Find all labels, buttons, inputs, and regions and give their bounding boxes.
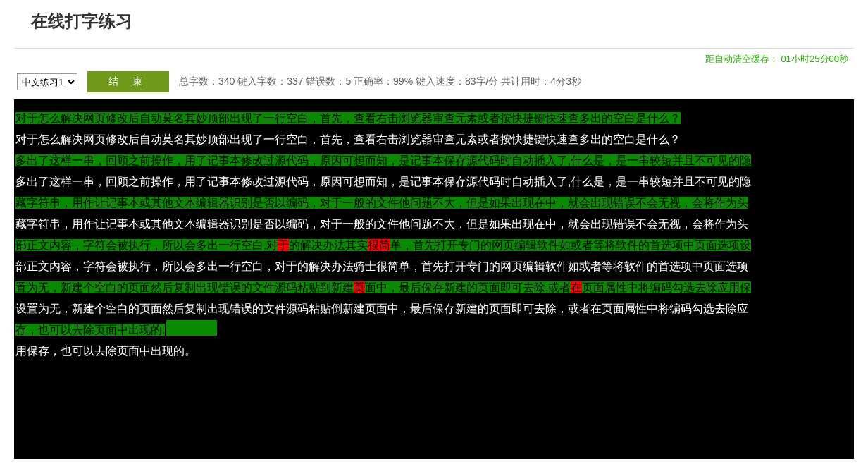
line-pair: 置为无，新建个空白的页面然后复制出现错误的文件源码粘贴到新建页面中，最后保存新建…	[14, 277, 854, 319]
typed-line: 多出了这样一串，回顾之前操作，用了记事本修改过源代码，原因可想而知，是记事本保存…	[14, 171, 854, 193]
stats-bar: 总字数：340 键入字数：337 错误数：5 正确率：99% 键入速度：83字/…	[179, 75, 581, 88]
stat-accuracy-label: 正确率：	[354, 75, 393, 87]
line-pair: 多出了这样一串，回顾之前操作，用了记事本修改过源代码，原因可想而知，是记事本保存…	[14, 150, 854, 193]
typing-cursor	[166, 320, 217, 336]
stat-errors-label: 错误数：	[306, 75, 345, 87]
ref-segment: 页面属性中将编码勾选去除应用保	[582, 281, 751, 293]
line-pair: 部正文内容，字符会被执行，所以会多出一行空白.对于的解决办法其实很简单，首先打开…	[14, 235, 854, 277]
stat-typed-label: 键入字数：	[237, 75, 287, 87]
ref-segment: 置为无，新建个空白的页面然后复制出现错误的文件源码粘贴到新建	[16, 281, 354, 293]
page-title: 在线打字练习	[14, 0, 854, 49]
typed-line: 设置为无，新建个空白的页面然后复制出现错误的文件源码粘贴倒新建页面中，最后保存新…	[14, 298, 854, 319]
auto-clear-time: 01小时25分00秒	[781, 54, 848, 64]
line-pair: 存，也可以去除页面中出现的.用保存，也可以去除页面中出现的。	[14, 319, 854, 362]
stat-elapsed-label: 共计用时：	[501, 75, 550, 87]
stat-accuracy-value: 99%	[393, 75, 413, 87]
line-pair: 藏字符串，用作让记事本或其他文本编辑器识别是否以编码，对于一般的文件他问题不大，…	[14, 193, 854, 235]
stat-total-value: 340	[218, 75, 235, 87]
ref-segment: 部正文内容，字符会被执行，所以会多出一行空白.对	[16, 239, 278, 251]
stat-total-label: 总字数：	[179, 75, 218, 87]
lesson-select[interactable]: 中文练习1	[17, 73, 78, 90]
typed-line: 部正文内容，字符会被执行，所以会多出一行空白，对于的解决办法骑士很简单，首先打开…	[14, 256, 854, 277]
auto-clear-cache: 距自动清空缓存： 01小时25分00秒	[14, 49, 854, 68]
auto-clear-label: 距自动清空缓存：	[705, 54, 779, 64]
typed-line: 藏字符串，用作让记事本或其他文本编辑器识别是否以编码，对于一般的文件他问题不大，…	[14, 214, 854, 235]
ref-segment-error: 于	[278, 239, 289, 251]
ref-segment-error: 很简	[368, 239, 390, 251]
ref-segment: 多出了这样一串，回顾之前操作，用了记事本修改过源代码，原因可想而知，是记事本保存…	[16, 154, 751, 166]
ref-segment: 存，也可以去除页面中出现的.	[16, 324, 165, 336]
end-button[interactable]: 结 束	[87, 71, 169, 92]
typing-arena[interactable]: 对于怎么解决网页修改后自动莫名其妙顶部出现了一行空白，首先，查看右击浏览器审查元…	[14, 99, 854, 459]
line-pair: 对于怎么解决网页修改后自动莫名其妙顶部出现了一行空白，首先，查看右击浏览器审查元…	[14, 108, 854, 150]
ref-segment: 单，首先打开专门的网页编辑软件如或者等将软件的首选项中页面选项设	[390, 239, 751, 251]
ref-segment: 的解决办法其实	[289, 239, 368, 251]
ref-segment-error: 页	[354, 281, 365, 293]
ref-segment-error: 在	[571, 281, 582, 293]
stat-elapsed-value: 4分3秒	[550, 75, 581, 87]
typed-line: 用保存，也可以去除页面中出现的。	[14, 341, 854, 362]
controls-bar: 中文练习1 结 束 总字数：340 键入字数：337 错误数：5 正确率：99%…	[14, 68, 854, 99]
stat-speed-value: 83字/分	[465, 75, 498, 87]
reference-line: 多出了这样一串，回顾之前操作，用了记事本修改过源代码，原因可想而知，是记事本保存…	[14, 150, 854, 171]
ref-segment: 面中，最后保存新建的页面即可去除,或者	[365, 281, 571, 293]
reference-line: 置为无，新建个空白的页面然后复制出现错误的文件源码粘贴到新建页面中，最后保存新建…	[14, 277, 854, 298]
reference-line: 部正文内容，字符会被执行，所以会多出一行空白.对于的解决办法其实很简单，首先打开…	[14, 235, 854, 256]
stat-errors-value: 5	[345, 75, 351, 87]
ref-segment: 藏字符串，用作让记事本或其他文本编辑器识别是否以编码，对于一般的文件他问题不大，…	[16, 197, 748, 209]
ref-segment: 对于怎么解决网页修改后自动莫名其妙顶部出现了一行空白，首先，查看右击浏览器审查元…	[16, 112, 681, 124]
stat-speed-label: 键入速度：	[416, 75, 465, 87]
stat-typed-value: 337	[287, 75, 303, 87]
reference-line: 存，也可以去除页面中出现的.	[14, 319, 854, 341]
reference-line: 对于怎么解决网页修改后自动莫名其妙顶部出现了一行空白，首先，查看右击浏览器审查元…	[14, 108, 854, 129]
reference-line: 藏字符串，用作让记事本或其他文本编辑器识别是否以编码，对于一般的文件他问题不大，…	[14, 193, 854, 214]
typed-line: 对于怎么解决网页修改后自动莫名其妙顶部出现了一行空白，首先，查看右击浏览器审查元…	[14, 129, 854, 150]
